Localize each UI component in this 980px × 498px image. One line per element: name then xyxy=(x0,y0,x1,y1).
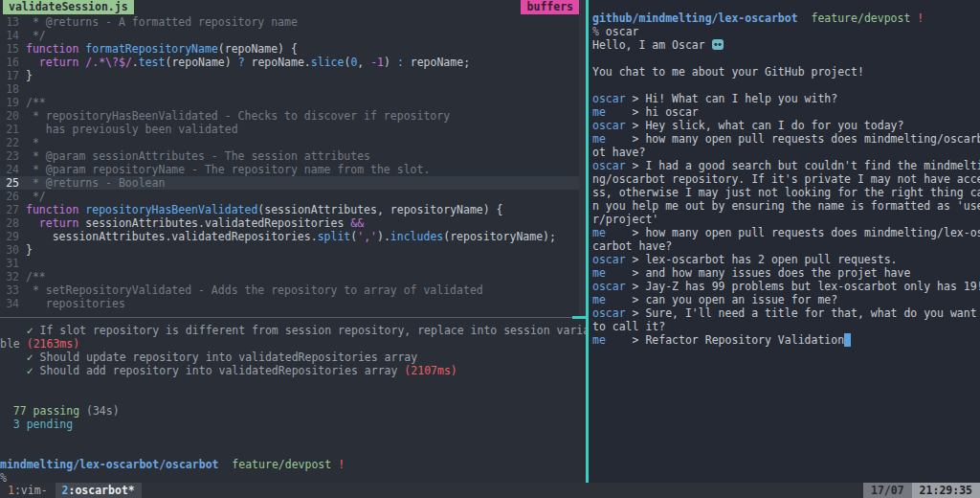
terminal-row: ot have? xyxy=(592,146,980,159)
terminal-row: mindmelting/lex-oscarbot/oscarbot featur… xyxy=(0,458,586,471)
terminal-row: oscar > lex-oscarbot has 2 open pull req… xyxy=(592,253,980,266)
terminal-row: 31 xyxy=(0,257,586,270)
line-number: 17 xyxy=(0,69,26,82)
line-number: 31 xyxy=(0,257,26,270)
terminal-row: ✓ Should update repository into validate… xyxy=(0,351,586,364)
terminal-row: 29 sessionAttributes.validatedRepositori… xyxy=(0,230,586,243)
test-output-pane[interactable]: ✓ If slot repository is different from s… xyxy=(0,318,586,483)
window-tab-vim[interactable]: 1:vim- xyxy=(0,483,48,498)
tab-validatesession-js[interactable]: validateSession.js xyxy=(3,0,134,14)
line-number: 21 xyxy=(0,123,26,136)
terminal-row: me > can you open an issue for me? xyxy=(592,293,980,306)
terminal-row: 20 * repositoryHasBeenValidated - Checks… xyxy=(0,109,586,123)
terminal-row: ng/oscarbot repository. If it's private … xyxy=(592,172,980,186)
terminal-row: 77 passing (34s) xyxy=(0,404,586,418)
line-number: 16 xyxy=(0,56,26,69)
line-number: 15 xyxy=(0,42,26,56)
line-number: 30 xyxy=(0,243,26,257)
terminal-row: oscar > I had a good search but couldn't… xyxy=(592,159,980,172)
line-number: 34 xyxy=(0,297,26,310)
terminal-row: 23 * @param sessionAttributes - The sess… xyxy=(0,149,586,163)
text-cursor xyxy=(844,333,851,347)
editor-right-gutter xyxy=(579,0,586,317)
line-number: 29 xyxy=(0,230,26,243)
vim-editor-pane[interactable]: validateSession.js buffers 13 * @returns… xyxy=(0,0,586,317)
line-number: 26 xyxy=(0,190,26,203)
line-number: 33 xyxy=(0,283,26,297)
status-date: 17/07 xyxy=(863,483,912,498)
terminal-row: 33 * setRepositoryValidated - Adds the r… xyxy=(0,283,586,297)
tmux-status-bar: 1:vim- 2:oscarbot* 17/07 21:29:35 xyxy=(0,483,980,498)
terminal-row: % xyxy=(0,471,586,483)
terminal-row: oscar > Sure, I'll need a title for that… xyxy=(592,306,980,320)
left-terminal-pane[interactable]: validateSession.js buffers 13 * @returns… xyxy=(0,0,586,483)
terminal-row xyxy=(0,444,586,458)
terminal-row: % oscar xyxy=(592,25,980,38)
status-bar-right: 17/07 21:29:35 xyxy=(863,483,980,498)
line-number: 27 xyxy=(0,203,26,216)
terminal-row: 32/** xyxy=(0,270,586,283)
terminal-row: 3 pending xyxy=(0,418,586,431)
terminal-row: me > hi oscar xyxy=(592,105,980,119)
line-number: 25 xyxy=(0,176,26,190)
line-number: 23 xyxy=(0,149,26,163)
window-tab-oscarbot-label: :oscarbot* xyxy=(69,484,135,497)
chat-lines: github/mindmelting/lex-oscarbot feature/… xyxy=(592,11,980,347)
pane-border-junction xyxy=(572,316,586,319)
terminal-row: github/mindmelting/lex-oscarbot feature/… xyxy=(592,11,980,25)
terminal-row: me > how many open pull requests does mi… xyxy=(592,132,980,146)
terminal-row: 34 repositories xyxy=(0,297,586,310)
terminal-row: ble (2163ms) xyxy=(0,337,586,351)
terminal-row xyxy=(0,391,586,404)
terminal-row: 26 */ xyxy=(0,190,586,203)
vim-tabline: validateSession.js buffers xyxy=(0,0,586,15)
window-tab-vim-label: :vim- xyxy=(14,484,48,497)
terminal-row: to call it? xyxy=(592,320,980,333)
line-number: 19 xyxy=(0,96,26,109)
terminal-row: 13 * @returns - A formatted repository n… xyxy=(0,15,586,29)
terminal-row: 21 has previously been validated xyxy=(0,123,586,136)
buffers-tab-label[interactable]: buffers xyxy=(521,0,580,14)
editor-cursor-line: 25 * @returns - Boolean xyxy=(0,176,586,190)
terminal-row: oscar > Hey slick, what can I do for you… xyxy=(592,119,980,132)
terminal-row xyxy=(0,431,586,444)
terminal-row: ✓ If slot repository is different from s… xyxy=(0,324,586,337)
terminal-row: 14 */ xyxy=(0,29,586,42)
oscarbot-chat-pane[interactable]: github/mindmelting/lex-oscarbot feature/… xyxy=(589,0,980,483)
line-number: 28 xyxy=(0,216,26,230)
terminal-row: 30} xyxy=(0,243,586,257)
line-number: 14 xyxy=(0,29,26,42)
terminal-row: Hello, I am Oscar xyxy=(592,38,980,52)
window-tab-vim-number: 1 xyxy=(8,484,14,497)
terminal-row: ✓ Should add repository into validatedRe… xyxy=(0,364,586,377)
terminal-row: 17} xyxy=(0,69,586,82)
terminal-row: 18 xyxy=(0,82,586,96)
terminal-row xyxy=(592,79,980,92)
terminal-row: 19/** xyxy=(0,96,586,109)
terminal-row: me > how many open pull requests does mi… xyxy=(592,226,980,239)
terminal-row: 15function formatRepositoryName(repoName… xyxy=(0,42,586,56)
terminal-row: You chat to me about your GitHub project… xyxy=(592,65,980,79)
line-number: 18 xyxy=(0,82,26,96)
terminal-row: 27function repositoryHasBeenValidated(se… xyxy=(0,203,586,216)
line-number: 22 xyxy=(0,136,26,149)
terminal-row: me > Refactor Repository Validation xyxy=(592,333,980,347)
terminal-row: r/project' xyxy=(592,213,980,226)
tmux-terminal: validateSession.js buffers 13 * @returns… xyxy=(0,0,980,498)
terminal-row: 28 return sessionAttributes.validatedRep… xyxy=(0,216,586,230)
terminal-row: 22 * xyxy=(0,136,586,149)
window-tab-oscarbot-active[interactable]: 2:oscarbot* xyxy=(56,483,142,498)
line-number: 24 xyxy=(0,163,26,176)
terminal-row: oscar > Hi! What can I help you with? xyxy=(592,92,980,105)
line-number: 13 xyxy=(0,15,26,29)
line-number: 20 xyxy=(0,109,26,123)
window-tab-oscarbot-number: 2 xyxy=(62,484,69,497)
terminal-row: ss, otherwise I may just not looking for… xyxy=(592,186,980,199)
terminal-row: oscar > Jay-Z has 99 problems but lex-os… xyxy=(592,280,980,293)
terminal-row: 24 * @param repositoryName - The reposit… xyxy=(0,163,586,176)
test-output-lines: ✓ If slot repository is different from s… xyxy=(0,324,586,483)
terminal-row xyxy=(0,377,586,391)
robot-emoji-icon xyxy=(712,39,724,50)
terminal-row: me > and how many issues does the projet… xyxy=(592,266,980,280)
terminal-row: n you help me out by ensuring the name i… xyxy=(592,199,980,213)
